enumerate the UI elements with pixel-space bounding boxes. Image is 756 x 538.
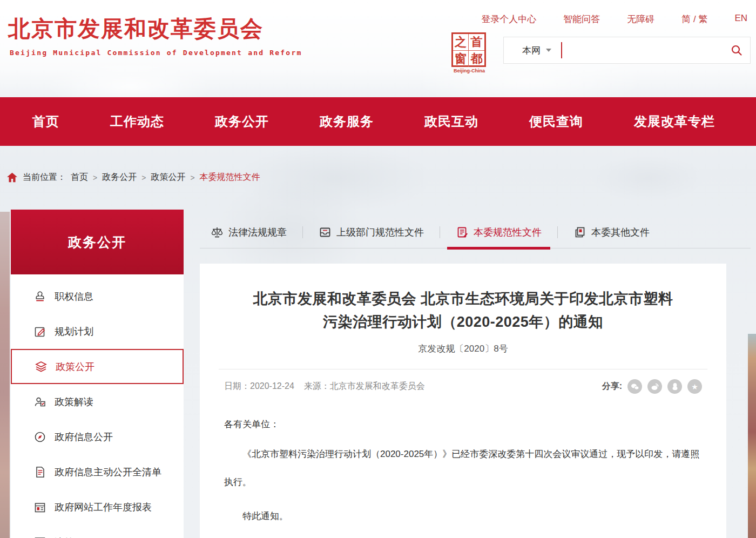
sidebar-item-label: 职权信息 (55, 290, 93, 303)
article-panel: 北京市发展和改革委员会 北京市生态环境局关于印发北京市塑料 污染治理行动计划（2… (200, 264, 726, 538)
breadcrumb-label: 当前位置： (23, 172, 66, 183)
site-header: 北京市发展和改革委员会 Beijing Municipal Commission… (0, 0, 756, 97)
sidebar-item-label: 政府信息公开 (55, 431, 113, 443)
sidebar-item-label: 政府信息主动公开全清单 (55, 466, 161, 479)
star-icon: ★ (691, 383, 698, 391)
article-meta: 日期：2020-12-24 来源：北京市发展和改革委员会 分享: (224, 379, 702, 394)
article-source: 来源：北京市发展和改革委员会 (304, 381, 425, 392)
seal-char: 都 (469, 51, 484, 67)
sidebar-item-website-annual-report[interactable]: 政府网站工作年度报表 (11, 489, 184, 524)
sidebar-item-planning[interactable]: 规划计划 (11, 314, 184, 349)
tab-label: 本委其他文件 (591, 226, 650, 239)
article-title-line1: 北京市发展和改革委员会 北京市生态环境局关于印发北京市塑料 (253, 291, 673, 307)
nav-home[interactable]: 首页 (32, 113, 59, 130)
breadcrumb-disclosure[interactable]: 政务公开 (102, 172, 137, 183)
article-meta-left: 日期：2020-12-24 来源：北京市发展和改革委员会 (224, 381, 425, 392)
sidebar-item-decision-catalog[interactable]: 决策目录 (11, 524, 184, 538)
calendar-table-icon (33, 501, 46, 514)
nav-government-services[interactable]: 政务服务 (320, 113, 374, 130)
tab-label: 法律法规规章 (228, 226, 287, 239)
search-input[interactable] (562, 37, 723, 63)
tab-divider (557, 226, 558, 238)
search-scope-dropdown[interactable]: 本网 (504, 44, 551, 57)
divider (219, 369, 707, 369)
smart-qa-link[interactable]: 智能问答 (563, 13, 600, 25)
seal-char: 之 (453, 34, 469, 51)
tab-commission-other-documents[interactable]: 本委其他文件 (573, 216, 650, 248)
sidebar-item-policy-interpretation[interactable]: 政策解读 (11, 384, 184, 419)
qq-icon (671, 382, 679, 391)
document-category-tabs: 法律法规规章 上级部门规范性文件 本委规范性文件 (200, 216, 751, 248)
breadcrumb-separator: > (93, 173, 97, 182)
sidebar-item-label: 决策目录 (55, 536, 93, 538)
sidebar-item-label: 政府网站工作年度报表 (55, 501, 152, 514)
wechat-icon (631, 383, 639, 391)
seal-char: 窗 (453, 51, 469, 67)
docs-copy-icon (573, 226, 586, 239)
nav-government-affairs-disclosure[interactable]: 政务公开 (215, 113, 269, 130)
home-icon[interactable] (6, 172, 18, 183)
article-title: 北京市发展和改革委员会 北京市生态环境局关于印发北京市塑料 污染治理行动计划（2… (224, 287, 702, 334)
english-link[interactable]: EN (734, 13, 747, 25)
sidebar-item-policy-disclosure[interactable]: 政策公开 (11, 349, 184, 384)
article-salutation: 各有关单位： (224, 416, 702, 433)
tab-commission-normative-documents[interactable]: 本委规范性文件 (456, 216, 542, 248)
main-navigation: 首页 工作动态 政务公开 政务服务 政民互动 便民查询 发展改革专栏 (0, 97, 756, 146)
sidebar-item-proactive-disclosure-list[interactable]: 政府信息主动公开全清单 (11, 454, 184, 489)
search-icon (731, 44, 742, 56)
breadcrumb-policy[interactable]: 政策公开 (151, 172, 185, 183)
seal-char: 首 (469, 34, 484, 51)
search-button[interactable] (723, 37, 750, 63)
inbox-doc-icon (319, 226, 332, 239)
layers-icon (35, 360, 48, 373)
breadcrumb-current: 本委规范性文件 (200, 172, 260, 183)
sidebar-item-government-info-disclosure[interactable]: 政府信息公开 (11, 419, 184, 454)
article-date: 日期：2020-12-24 (224, 381, 294, 392)
tab-divider (440, 226, 440, 238)
tab-superior-normative-documents[interactable]: 上级部门规范性文件 (319, 216, 424, 248)
sidebar: 政务公开 职权信息 规划计划 (11, 210, 184, 538)
sidebar-item-label: 规划计划 (55, 325, 93, 338)
weibo-icon (651, 383, 659, 391)
nav-convenience-query[interactable]: 便民查询 (529, 113, 583, 130)
capital-window-seal-logo[interactable]: 之 首 窗 都 (451, 32, 486, 67)
left-architecture-background (0, 212, 10, 538)
seal-caption: Beijing-China (449, 68, 489, 73)
accessibility-link[interactable]: 无障碍 (627, 13, 654, 25)
scales-icon (211, 226, 224, 239)
article-body: 各有关单位： 《北京市塑料污染治理行动计划（2020-2025年）》已经市委深改… (224, 416, 702, 538)
nav-public-interaction[interactable]: 政民互动 (424, 113, 478, 130)
site-logo-subtitle: Beijing Municipal Commission of Developm… (10, 49, 302, 57)
sidebar-header: 政务公开 (11, 210, 184, 274)
breadcrumb-home[interactable]: 首页 (71, 172, 88, 183)
share-wechat-button[interactable] (627, 379, 642, 394)
simplified-traditional-link[interactable]: 简 / 繁 (681, 13, 707, 25)
share-qq-button[interactable] (667, 379, 682, 394)
sidebar-item-authority-info[interactable]: 职权信息 (11, 279, 184, 314)
compass-icon (33, 431, 46, 443)
breadcrumb-separator: > (141, 173, 146, 182)
right-architecture-background (748, 334, 756, 538)
chevron-down-icon (546, 49, 551, 52)
menu-list-icon (33, 536, 46, 538)
utility-links: 登录个人中心 智能问答 无障碍 简 / 繁 EN (481, 13, 747, 25)
stamp-icon (33, 290, 46, 303)
tab-divider (302, 226, 303, 238)
person-check-icon (33, 395, 46, 408)
article-title-line2: 污染治理行动计划（2020-2025年）的通知 (323, 314, 603, 330)
pen-square-icon (33, 325, 46, 338)
document-number: 京发改规〔2020〕8号 (224, 342, 702, 355)
tab-laws-regulations[interactable]: 法律法规规章 (211, 216, 287, 248)
share-weibo-button[interactable] (647, 379, 662, 394)
share-label: 分享: (602, 381, 622, 392)
login-personal-center-link[interactable]: 登录个人中心 (481, 13, 536, 25)
site-logo-title[interactable]: 北京市发展和改革委员会 (8, 14, 264, 44)
search-bar: 本网 (503, 37, 751, 64)
nav-reform-special-column[interactable]: 发展改革专栏 (634, 113, 715, 130)
tab-label: 上级部门规范性文件 (336, 226, 424, 239)
sidebar-menu: 职权信息 规划计划 政策公开 (11, 274, 184, 538)
nav-work-updates[interactable]: 工作动态 (110, 113, 164, 130)
search-scope-label: 本网 (522, 44, 541, 57)
sidebar-item-label: 政策解读 (55, 395, 93, 408)
share-favorite-button[interactable]: ★ (687, 379, 702, 394)
